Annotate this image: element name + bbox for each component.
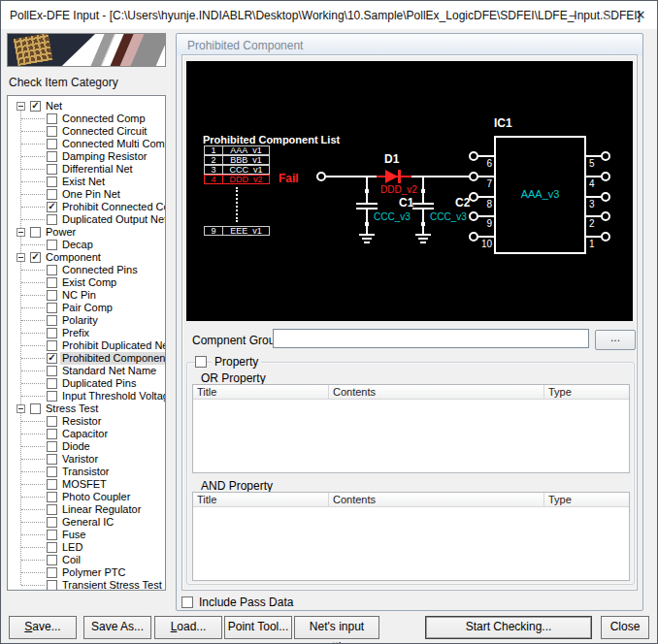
tree-item-label[interactable]: Power (44, 226, 78, 239)
collapse-icon[interactable] (16, 102, 25, 111)
tree-item-label[interactable]: Prohibit Connected Comp (60, 201, 166, 213)
tree-item-label[interactable]: Varistor (60, 453, 100, 466)
tree-checkbox[interactable] (47, 454, 57, 465)
tree-item-label[interactable]: Fuse (60, 529, 87, 541)
column-contents[interactable]: Contents (329, 493, 544, 506)
tree-item-connected-comp[interactable]: Connected Comp (8, 113, 165, 125)
save-button[interactable]: Save... (9, 616, 77, 639)
tree-item-connected-pins[interactable]: Connected Pins (8, 264, 165, 276)
tree-checkbox[interactable] (47, 303, 57, 313)
tree-item-label[interactable]: Decap (60, 239, 95, 251)
tree-item-stress-test[interactable]: Stress Test (8, 402, 165, 415)
tree-item-label[interactable]: Linear Regulator (60, 503, 143, 516)
tree-item-varistor[interactable]: Varistor (8, 453, 165, 466)
tree-item-label[interactable]: Photo Coupler (60, 491, 132, 503)
tree-item-nc-pin[interactable]: NC Pin (8, 289, 165, 302)
maximize-button[interactable]: □ (590, 1, 621, 29)
column-title[interactable]: Title (193, 493, 329, 506)
tree-checkbox[interactable] (47, 151, 57, 162)
tree-checkbox[interactable] (47, 479, 57, 490)
tree-checkbox[interactable] (47, 378, 57, 389)
tree-item-damping-resistor[interactable]: Damping Resistor (8, 150, 165, 163)
tree-item-input-threshold-voltage[interactable]: Input Threshold Voltage (8, 390, 165, 402)
tree-item-prohibit-connected-comp[interactable]: ✓Prohibit Connected Comp (8, 201, 165, 213)
start-checking-button[interactable]: Start Checking... (425, 616, 592, 639)
save-as-button[interactable]: Save As... (83, 616, 151, 639)
tree-item-photo-coupler[interactable]: Photo Coupler (8, 491, 165, 503)
tree-item-label[interactable]: Exist Net (60, 176, 107, 188)
tree-item-label[interactable]: NC Pin (60, 289, 98, 302)
tree-item-label[interactable]: Capacitor (60, 428, 110, 440)
point-tool-button[interactable]: Point Tool... (224, 616, 292, 639)
tree-checkbox[interactable] (47, 492, 57, 502)
tree-checkbox[interactable]: ✓ (47, 353, 57, 364)
schematic-canvas[interactable]: Prohibited Component List 1AAA_v1 2BBB_v… (186, 61, 633, 321)
tree-item-connected-multi-comp[interactable]: Connected Multi Comp (8, 138, 165, 150)
tree-checkbox[interactable] (47, 416, 57, 427)
tree-item-component[interactable]: ✓Component (8, 251, 165, 264)
tree-checkbox[interactable] (47, 214, 57, 225)
tree-item-duplicated-output-net[interactable]: Duplicated Output Net (8, 213, 165, 226)
tree-item-label[interactable]: One Pin Net (60, 188, 122, 201)
tree-item-label[interactable]: Input Threshold Voltage (60, 390, 166, 402)
tree-item-led[interactable]: LED (8, 541, 165, 554)
tree-item-net[interactable]: ✓Net (8, 100, 165, 113)
tree-checkbox[interactable] (47, 177, 57, 187)
tree-item-label[interactable]: Net (44, 100, 64, 113)
tree-checkbox[interactable]: ✓ (47, 202, 57, 212)
tree-item-label[interactable]: Polymer PTC (60, 566, 127, 579)
tree-checkbox[interactable] (30, 227, 41, 238)
tree-item-label[interactable]: Connected Circuit (60, 125, 148, 138)
tree-checkbox[interactable]: ✓ (30, 101, 41, 112)
tree-checkbox[interactable] (47, 504, 57, 515)
collapse-icon[interactable] (16, 404, 25, 413)
and-property-table[interactable]: Title Contents Type (192, 492, 630, 581)
tree-item-exist-comp[interactable]: Exist Comp (8, 276, 165, 289)
tree-checkbox[interactable] (47, 366, 57, 376)
tree-checkbox[interactable] (47, 555, 57, 565)
or-property-table[interactable]: Title Contents Type (192, 384, 630, 473)
tree-checkbox[interactable] (47, 530, 57, 540)
tree-checkbox[interactable] (47, 517, 57, 528)
tree-item-decap[interactable]: Decap (8, 239, 165, 251)
tree-item-label[interactable]: Prefix (60, 327, 91, 339)
tree-item-general-ic[interactable]: General IC (8, 516, 165, 529)
check-item-tree[interactable]: ✓NetConnected CompConnected CircuitConne… (7, 95, 166, 591)
column-type[interactable]: Type (544, 493, 629, 506)
tree-checkbox[interactable] (47, 189, 57, 200)
tree-item-pair-comp[interactable]: Pair Comp (8, 302, 165, 314)
component-group-input[interactable] (273, 329, 589, 348)
tree-item-label[interactable]: Exist Comp (60, 276, 118, 289)
tree-checkbox[interactable] (47, 240, 57, 250)
load-button[interactable]: Load... (154, 616, 222, 639)
tree-checkbox[interactable] (47, 164, 57, 175)
tree-item-one-pin-net[interactable]: One Pin Net (8, 188, 165, 201)
tree-item-coil[interactable]: Coil (8, 554, 165, 566)
tree-checkbox[interactable] (47, 328, 57, 338)
tree-item-label[interactable]: Connected Multi Comp (60, 138, 166, 150)
tree-item-label[interactable]: Transient Stress Test (60, 579, 164, 591)
tree-item-label[interactable]: General IC (60, 516, 115, 529)
tree-checkbox[interactable] (47, 441, 57, 452)
tree-item-label[interactable]: LED (60, 541, 84, 554)
tree-item-label[interactable]: Prohibited Component (60, 352, 166, 365)
tree-checkbox[interactable] (47, 467, 57, 477)
tree-checkbox[interactable] (47, 391, 57, 402)
tree-item-transient-stress-test[interactable]: Transient Stress Test (8, 579, 165, 591)
tree-checkbox[interactable] (30, 403, 41, 414)
column-contents[interactable]: Contents (329, 385, 544, 399)
browse-button[interactable]: ... (595, 330, 636, 350)
tree-item-label[interactable]: Resistor (60, 415, 103, 428)
tree-item-resistor[interactable]: Resistor (8, 415, 165, 428)
tree-checkbox[interactable] (47, 315, 57, 326)
tree-checkbox[interactable] (47, 429, 57, 439)
column-type[interactable]: Type (544, 385, 629, 399)
tree-checkbox[interactable] (47, 113, 57, 124)
tree-item-label[interactable]: Prohibit Duplicated Net (60, 339, 166, 352)
tree-checkbox[interactable] (47, 139, 57, 149)
tree-checkbox[interactable] (47, 340, 57, 351)
close-button[interactable]: ✕ (625, 1, 656, 29)
tree-item-linear-regulator[interactable]: Linear Regulator (8, 503, 165, 516)
tree-checkbox[interactable] (47, 290, 57, 301)
tree-item-label[interactable]: Pair Comp (60, 302, 115, 314)
